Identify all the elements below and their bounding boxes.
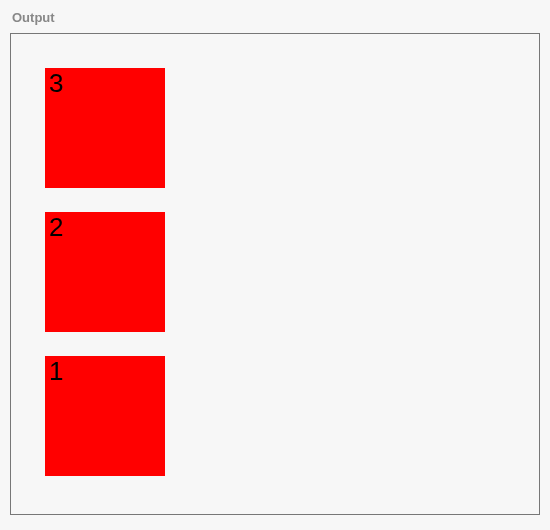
output-panel-title: Output bbox=[10, 10, 540, 25]
output-box-label: 2 bbox=[49, 212, 63, 242]
output-box-label: 1 bbox=[49, 356, 63, 386]
output-box-1: 1 bbox=[45, 356, 165, 476]
output-box-label: 3 bbox=[49, 68, 63, 98]
output-box-3: 3 bbox=[45, 68, 165, 188]
output-box-2: 2 bbox=[45, 212, 165, 332]
output-container: 1 2 3 bbox=[10, 33, 540, 515]
